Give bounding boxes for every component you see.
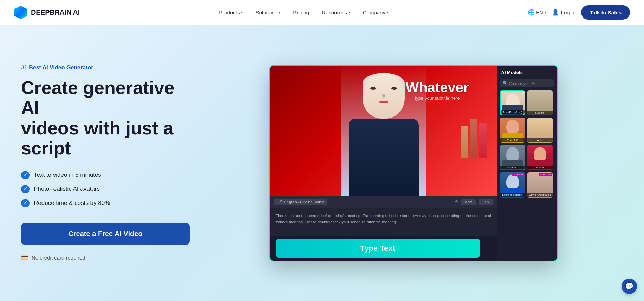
model-thumb-5[interactable]: Emma	[527, 145, 553, 170]
credit-card-icon: 💳	[21, 254, 29, 262]
brand-name: DEEPBRAIN AI	[31, 8, 80, 16]
hero-right: Whatever type your subtitle here	[204, 61, 623, 265]
model-label-6: Laura (Realistic)	[500, 193, 525, 197]
check-icon	[21, 171, 30, 179]
nav-company[interactable]: Company ▾	[363, 9, 389, 15]
model-badge-6: CUSTOM	[512, 173, 524, 176]
chat-icon: 💬	[625, 282, 634, 290]
hero-section: #1 Best AI Video Generator Create genera…	[0, 25, 644, 301]
create-free-video-button[interactable]: Create a Free AI Video	[21, 223, 190, 245]
model-thumb-2[interactable]: Paris 2.0	[500, 118, 525, 143]
model-label-2: Paris 2.0	[500, 138, 525, 142]
chevron-down-icon: ▾	[545, 11, 546, 14]
feature-item-0: Text to video in 5 minutes	[21, 171, 190, 179]
nav-links: Products ▾ Solutions ▾ Pricing Resources…	[219, 9, 389, 15]
search-icon: 🔍	[503, 81, 508, 86]
app-mockup: Whatever type your subtitle here	[269, 65, 558, 261]
model-row: Paris 2.0 Adel	[500, 118, 554, 143]
no-card-required: 💳 No credit card required	[21, 254, 190, 262]
avatar-head	[363, 73, 405, 119]
model-row: Aria (Deepfake) custom	[500, 90, 554, 115]
chevron-down-icon: ▾	[349, 11, 350, 14]
chevron-down-icon: ▾	[241, 11, 243, 14]
model-label-3: Adel	[527, 138, 553, 142]
model-thumb-4[interactable]: Jonathan	[500, 145, 525, 170]
voice-icon: 🎤	[278, 200, 283, 204]
model-thumb-0[interactable]: Aria (Deepfake)	[500, 90, 525, 115]
video-area: Whatever type your subtitle here	[270, 66, 497, 196]
app-main-panel: Whatever type your subtitle here	[270, 66, 497, 261]
speed-10[interactable]: 1.0x	[479, 199, 493, 205]
hero-left: #1 Best AI Video Generator Create genera…	[21, 65, 204, 262]
language-selector[interactable]: 🌐 EN ▾	[528, 9, 546, 16]
nav-solutions[interactable]: Solutions ▾	[255, 9, 280, 15]
hero-tag: #1 Best AI Video Generator	[21, 65, 190, 71]
model-label-1: custom	[527, 111, 553, 115]
model-badge-7: CUSTOM	[539, 173, 552, 176]
model-grid: Aria (Deepfake) custom	[500, 90, 554, 198]
lipstick-products	[461, 119, 487, 158]
ai-models-panel: AI Models 🔍 Choose your AI Aria (Deepfa	[497, 66, 557, 261]
model-label-4: Jonathan	[500, 166, 525, 169]
model-label-5: Emma	[527, 166, 553, 169]
type-text-button[interactable]: Type Text	[276, 239, 480, 258]
nav-resources[interactable]: Resources ▾	[322, 9, 350, 15]
ai-avatar	[341, 66, 426, 196]
avatar-body	[349, 119, 419, 196]
ai-search[interactable]: 🔍 Choose your AI	[500, 79, 554, 87]
nav-actions: 🌐 EN ▾ 👤 Log In Talk to Sales	[528, 5, 630, 20]
chevron-down-icon: ▾	[279, 11, 280, 14]
script-area[interactable]: There's an announcement before today's m…	[270, 208, 497, 236]
brand-logo[interactable]: DEEPBRAIN AI	[14, 6, 80, 19]
talk-to-sales-button[interactable]: Talk to Sales	[581, 5, 630, 20]
ai-models-title: AI Models	[500, 70, 554, 76]
model-thumb-7[interactable]: Olivia (Deepfake) CUSTOM	[527, 172, 553, 198]
chat-bubble[interactable]: 💬	[622, 279, 637, 294]
check-icon	[21, 199, 30, 207]
video-controls: 🎤 English - Original Voice ⏱ 0.5x 1.0x	[270, 196, 497, 208]
model-label-7: Olivia (Deepfake)	[527, 193, 553, 197]
logo-icon	[14, 6, 27, 19]
speed-controls: ⏱ 0.5x 1.0x	[455, 199, 493, 205]
model-thumb-1[interactable]: custom	[527, 90, 553, 115]
model-row: Laura (Realistic) CUSTOM Olivia (Deepfak…	[500, 172, 554, 198]
model-thumb-6[interactable]: Laura (Realistic) CUSTOM	[500, 172, 525, 198]
model-thumb-3[interactable]: Adel	[527, 118, 553, 143]
chevron-down-icon: ▾	[387, 11, 389, 14]
model-label-0: Aria (Deepfake)	[501, 110, 525, 114]
feature-item-2: Reduce time & costs by 80%	[21, 199, 190, 207]
feature-item-1: Photo-realistic AI avatars	[21, 185, 190, 193]
login-button[interactable]: 👤 Log In	[552, 9, 576, 16]
nav-products[interactable]: Products ▾	[219, 9, 243, 15]
clock-icon: ⏱	[455, 200, 458, 204]
hero-title: Create generative AI videos with just a …	[21, 78, 190, 158]
model-row: Jonathan Emma	[500, 145, 554, 170]
check-icon	[21, 185, 30, 193]
nav-pricing[interactable]: Pricing	[293, 9, 309, 15]
feature-list: Text to video in 5 minutes Photo-realist…	[21, 171, 190, 207]
navbar: DEEPBRAIN AI Products ▾ Solutions ▾ Pric…	[0, 0, 644, 25]
speed-05[interactable]: 0.5x	[461, 199, 476, 205]
voice-badge[interactable]: 🎤 English - Original Voice	[274, 199, 328, 205]
